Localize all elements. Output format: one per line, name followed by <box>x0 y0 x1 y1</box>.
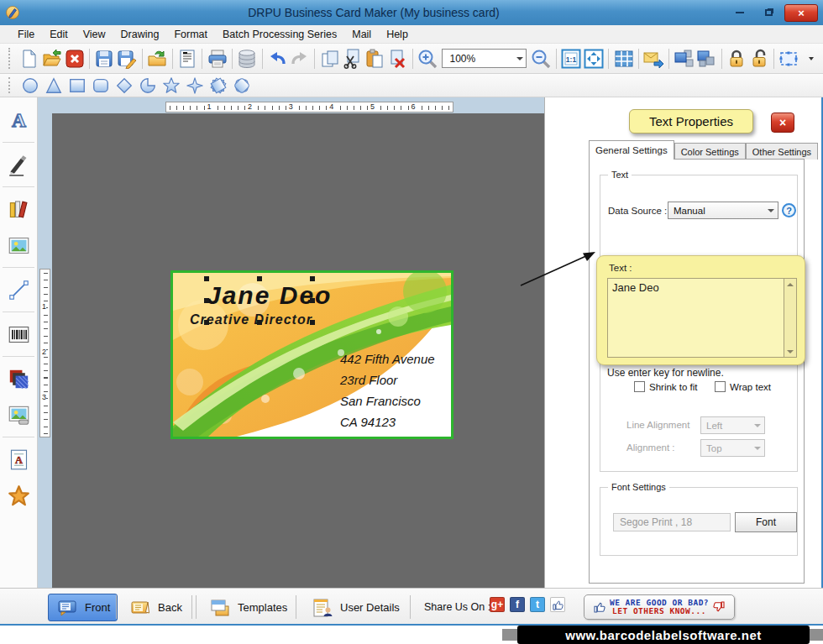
selection-handle[interactable] <box>257 276 262 281</box>
menu-format[interactable]: Format <box>166 25 215 44</box>
help-icon[interactable]: ? <box>782 203 796 217</box>
signature-tool-icon[interactable] <box>2 149 35 181</box>
template-library-icon[interactable] <box>2 193 35 225</box>
combo-arrow-icon[interactable] <box>514 50 526 67</box>
burst-shape-icon[interactable] <box>207 76 230 96</box>
font-button[interactable]: Font <box>735 512 797 532</box>
email-icon[interactable] <box>642 46 665 71</box>
star4-shape-icon[interactable] <box>183 76 207 96</box>
seal-shape-icon[interactable] <box>230 76 254 96</box>
googleplus-icon[interactable]: g+ <box>490 597 505 612</box>
tab-other-settings[interactable]: Other Settings <box>746 143 818 160</box>
checkbox-box[interactable] <box>634 381 645 392</box>
website-banner[interactable]: www.barcodelabelsoftware.net <box>517 626 810 644</box>
menu-help[interactable]: Help <box>379 25 416 44</box>
checkbox-box[interactable] <box>715 381 726 392</box>
send-to-back-icon[interactable] <box>695 46 718 71</box>
selection-handle[interactable] <box>310 320 315 325</box>
copy-icon[interactable] <box>318 46 341 71</box>
zoom-in-icon[interactable] <box>417 46 439 71</box>
minimize-button[interactable] <box>727 5 752 21</box>
selection-handle[interactable] <box>204 298 209 303</box>
zoom-level-select[interactable]: 100% <box>442 49 527 68</box>
tab-general-settings[interactable]: General Settings <box>589 140 674 160</box>
database-icon[interactable] <box>236 46 259 71</box>
selection-handle[interactable] <box>257 320 262 325</box>
selection-handle[interactable] <box>204 276 209 281</box>
image-tool-icon[interactable] <box>2 229 35 261</box>
scroll-up-icon[interactable] <box>784 279 796 290</box>
undo-icon[interactable] <box>266 46 289 71</box>
open-file-icon[interactable] <box>40 46 63 71</box>
text-tool-icon[interactable] <box>2 104 35 136</box>
menu-mail[interactable]: Mail <box>344 25 379 44</box>
print-preview-icon[interactable] <box>176 46 198 71</box>
word-art-icon[interactable] <box>2 443 35 475</box>
canvas-settings-icon[interactable] <box>778 46 800 71</box>
text-input[interactable]: Jane Deo <box>607 278 797 358</box>
triangle-shape-icon[interactable] <box>42 76 66 96</box>
front-view-button[interactable]: Front <box>48 594 118 621</box>
user-details-button[interactable]: User Details <box>304 594 406 621</box>
menu-edit[interactable]: Edit <box>42 25 76 44</box>
rectangle-shape-icon[interactable] <box>66 76 89 96</box>
fit-to-window-icon[interactable] <box>583 46 605 71</box>
fill-style-icon[interactable] <box>2 363 35 395</box>
templates-button[interactable]: Templates <box>202 594 294 621</box>
actual-size-icon[interactable] <box>560 46 583 71</box>
bring-to-front-icon[interactable] <box>673 46 695 71</box>
unlock-icon[interactable] <box>747 46 770 71</box>
panel-close-button[interactable]: × <box>771 113 794 133</box>
rounded-rectangle-shape-icon[interactable] <box>89 76 113 96</box>
new-document-icon[interactable] <box>18 46 41 71</box>
selection-handle[interactable] <box>204 320 209 325</box>
grid-icon[interactable] <box>612 46 635 71</box>
alignment-select[interactable]: Top <box>700 439 765 457</box>
star5-shape-icon[interactable] <box>160 76 183 96</box>
selection-handle[interactable] <box>310 298 315 303</box>
facebook-icon[interactable]: f <box>510 597 525 612</box>
diamond-shape-icon[interactable] <box>113 76 136 96</box>
background-image-icon[interactable] <box>2 399 35 431</box>
data-source-select[interactable]: Manual <box>668 202 778 219</box>
menu-view[interactable]: View <box>76 25 113 44</box>
print-icon[interactable] <box>206 46 228 71</box>
clipart-icon[interactable] <box>2 479 35 511</box>
paste-icon[interactable] <box>364 46 386 71</box>
line-alignment-select[interactable]: Left <box>700 416 765 434</box>
toolbar-overflow-icon[interactable] <box>800 46 823 71</box>
wrap-text-checkbox[interactable]: Wrap text <box>715 381 771 392</box>
feedback-button[interactable]: WE ARE GOOD OR BAD? LET OTHERS KNOW... <box>584 594 735 620</box>
menu-drawing[interactable]: Drawing <box>113 25 167 44</box>
card-address-line: San Francisco <box>340 390 435 411</box>
close-file-icon[interactable] <box>63 46 86 71</box>
canvas-area[interactable]: 123456 123 <box>38 97 582 588</box>
textarea-scrollbar[interactable] <box>784 279 796 357</box>
business-card[interactable]: Jane Deo Creative Director 442 Fifth Ave… <box>170 270 453 439</box>
zoom-out-icon[interactable] <box>530 46 553 71</box>
redo-icon[interactable] <box>289 46 312 71</box>
twitter-icon[interactable]: t <box>530 597 545 612</box>
maximize-button[interactable] <box>756 5 781 21</box>
menu-batch-processing-series[interactable]: Batch Processing Series <box>215 25 344 44</box>
shrink-to-fit-checkbox[interactable]: Shrink to fit <box>634 381 698 392</box>
ellipse-shape-icon[interactable] <box>18 76 42 96</box>
lock-icon[interactable] <box>725 46 747 71</box>
tab-color-settings[interactable]: Color Settings <box>674 143 746 160</box>
menu-file[interactable]: File <box>10 25 42 44</box>
save-icon[interactable] <box>93 46 116 71</box>
card-address-block[interactable]: 442 Fifth Avenue 23rd Floor San Francisc… <box>340 348 435 432</box>
scroll-down-icon[interactable] <box>784 346 796 357</box>
line-tool-icon[interactable] <box>2 274 35 306</box>
save-as-icon[interactable] <box>116 46 139 71</box>
delete-icon[interactable] <box>386 46 409 71</box>
selection-handle[interactable] <box>310 276 315 281</box>
barcode-tool-icon[interactable] <box>2 318 35 350</box>
thumbs-up-share-icon[interactable] <box>550 597 565 612</box>
export-icon[interactable] <box>146 46 169 71</box>
back-view-button[interactable]: Back <box>122 594 189 621</box>
pie-shape-icon[interactable] <box>136 76 160 96</box>
cut-icon[interactable] <box>341 46 364 71</box>
card-name-text[interactable]: Jane Deo <box>207 281 332 310</box>
close-window-button[interactable]: × <box>784 4 818 22</box>
